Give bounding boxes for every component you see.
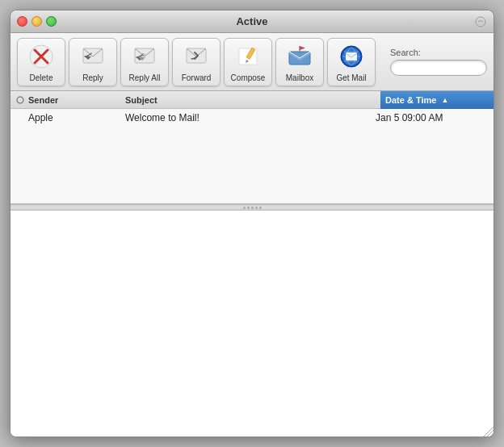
divider-dot [247, 207, 250, 209]
mailbox-label: Mailbox [286, 73, 313, 82]
svg-point-24 [17, 97, 23, 103]
row-sender: Apple [28, 112, 125, 123]
header-dot [15, 95, 28, 105]
mailbox-button[interactable]: Mailbox [275, 38, 324, 86]
forward-button[interactable]: Forward [172, 38, 220, 86]
compose-button[interactable]: Compose [224, 38, 272, 86]
divider-dot [255, 207, 258, 209]
get-mail-button[interactable]: Get Mail [327, 38, 376, 86]
svg-point-0 [476, 17, 485, 27]
traffic-lights [17, 16, 57, 27]
delete-button[interactable]: Delete [17, 38, 65, 86]
get-mail-label: Get Mail [336, 73, 366, 82]
reply-button[interactable]: Reply [69, 38, 117, 86]
preview-content [10, 211, 494, 437]
main-window: Active Delete [10, 10, 494, 437]
svg-line-27 [490, 433, 494, 437]
resize-grip[interactable] [481, 424, 494, 437]
preview-pane [10, 211, 494, 437]
divider-dot [259, 207, 262, 209]
divider-dots [243, 207, 262, 209]
maximize-button[interactable] [46, 16, 57, 27]
email-rows: Apple Welcome to Mail! Jan 5 09:00 AM [10, 109, 494, 203]
compose-icon [233, 42, 262, 71]
email-list-header: Sender Subject Date & Time ▲ [10, 91, 494, 109]
header-sender[interactable]: Sender [28, 95, 125, 105]
minimize-button[interactable] [32, 16, 42, 27]
compose-label: Compose [231, 73, 266, 82]
get-mail-icon [337, 42, 366, 71]
header-subject[interactable]: Subject [125, 95, 380, 105]
reply-all-icon [130, 42, 159, 71]
search-label: Search: [390, 48, 421, 57]
title-bar: Active [10, 10, 494, 33]
reply-all-label: Reply All [129, 73, 161, 82]
close-button[interactable] [17, 16, 27, 27]
search-area: Search: [390, 48, 487, 76]
row-datetime: Jan 5 09:00 AM [376, 112, 489, 123]
reply-all-button[interactable]: Reply All [120, 38, 169, 86]
window-title: Active [236, 15, 267, 27]
header-datetime[interactable]: Date & Time ▲ [380, 91, 494, 109]
email-list-container: Sender Subject Date & Time ▲ Apple Welco… [10, 91, 494, 204]
forward-icon [182, 42, 211, 71]
toolbar: Delete Reply [10, 33, 494, 91]
search-input[interactable] [390, 60, 487, 76]
mailbox-icon [285, 42, 314, 71]
svg-line-26 [487, 430, 494, 437]
divider-dot [251, 207, 254, 209]
resize-icon [474, 15, 487, 28]
sort-arrow-icon: ▲ [441, 96, 448, 104]
pane-divider[interactable] [10, 204, 494, 211]
reply-icon [78, 42, 107, 71]
svg-rect-23 [346, 52, 357, 61]
delete-icon [27, 42, 56, 71]
table-row[interactable]: Apple Welcome to Mail! Jan 5 09:00 AM [10, 109, 494, 127]
divider-dot [243, 207, 246, 209]
forward-label: Forward [182, 73, 212, 82]
row-subject: Welcome to Mail! [125, 112, 376, 123]
reply-label: Reply [82, 73, 103, 82]
delete-label: Delete [30, 73, 53, 82]
